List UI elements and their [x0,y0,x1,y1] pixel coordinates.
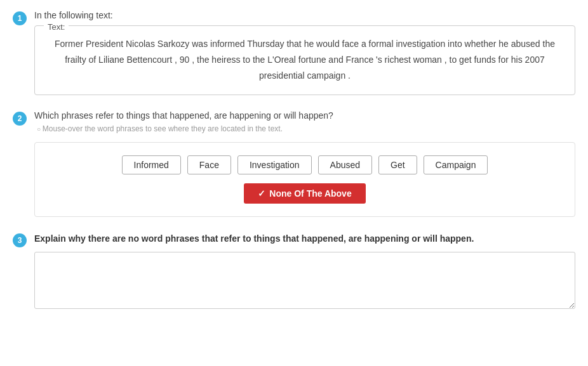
hint-text: Mouse-over the word phrases to see where… [34,124,575,133]
none-above-label: None Of The Above [269,188,351,199]
step-badge-1: 1 [13,11,27,25]
step-badge-3: 3 [13,233,27,247]
explain-label: Explain why there are no word phrases th… [34,232,575,245]
phrase-btn-get[interactable]: Get [378,155,417,174]
options-box: Informed Face Investigation Abused Get C… [34,142,575,217]
phrase-btn-face[interactable]: Face [187,155,231,174]
section-2: 2 Which phrases refer to things that hap… [13,110,575,217]
phrase-buttons: Informed Face Investigation Abused Get C… [45,155,565,174]
section-2-content: Which phrases refer to things that happe… [34,110,575,217]
phrase-btn-investigation[interactable]: Investigation [237,155,312,174]
text-box-label: Text: [44,20,69,34]
checkmark-icon: ✓ [258,188,265,199]
phrase-btn-campaign[interactable]: Campaign [424,155,488,174]
none-of-the-above-button[interactable]: ✓ None Of The Above [244,183,365,204]
phrase-btn-abused[interactable]: Abused [318,155,372,174]
section-3-content: Explain why there are no word phrases th… [34,232,575,311]
phrase-btn-informed[interactable]: Informed [122,155,181,174]
section-1-label: In the following text: [34,10,575,20]
text-box: Text: Former President Nicolas Sarkozy w… [34,25,575,95]
step-badge-2: 2 [13,112,27,126]
section-1: 1 In the following text: Text: Former Pr… [13,10,575,95]
section-1-content: In the following text: Text: Former Pres… [34,10,575,95]
question-label: Which phrases refer to things that happe… [34,110,575,121]
text-content: Former President Nicolas Sarkozy was inf… [48,36,562,84]
explain-textarea[interactable] [34,252,575,309]
section-3: 3 Explain why there are no word phrases … [13,232,575,311]
